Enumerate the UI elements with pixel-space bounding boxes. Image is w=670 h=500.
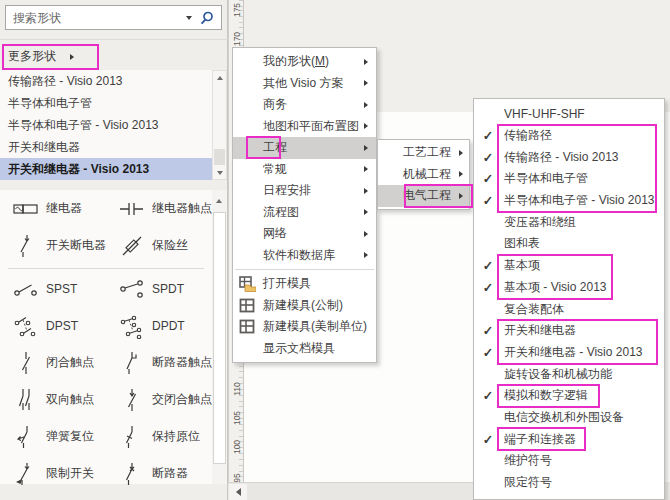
stencil-tab[interactable]: 开关和继电器 xyxy=(0,136,212,158)
menu-item-stencil[interactable]: 维护符号 xyxy=(474,450,664,472)
menu-item-stencil[interactable]: 图和表 xyxy=(474,233,664,255)
menu-item-stencil[interactable]: 复合装配体 xyxy=(474,298,664,320)
shape-master[interactable]: 弹簧复位 xyxy=(0,418,106,455)
check-icon: ✓ xyxy=(480,345,496,360)
menu-item-electrical-engineering[interactable]: 电气工程 xyxy=(378,185,469,207)
menu-item-stencil[interactable]: VHF-UHF-SHF xyxy=(474,103,664,125)
menu-item-label: 模拟和数字逻辑 xyxy=(504,387,588,404)
menu-item-label: 商务 xyxy=(263,96,287,113)
shape-master[interactable]: 保险丝 xyxy=(106,227,212,264)
menu-item-label: 维护符号 xyxy=(504,452,552,469)
stencil-tab[interactable]: 半导体和电子管 xyxy=(0,92,212,114)
circuit-breaker-icon xyxy=(119,461,145,487)
shape-label: 断路器 xyxy=(152,465,188,482)
shape-label: 保险丝 xyxy=(152,237,188,254)
search-dropdown-icon[interactable] xyxy=(186,16,192,20)
menu-item-stencil[interactable]: ✓传输路径 xyxy=(474,125,664,147)
shape-master[interactable]: DPST xyxy=(0,307,106,344)
shape-master[interactable]: 断路器 xyxy=(106,455,212,492)
menu-item-label: VHF-UHF-SHF xyxy=(504,107,585,121)
dpst-switch-icon xyxy=(13,313,39,339)
menu-item-stencil[interactable]: 电信交换机和外围设备 xyxy=(474,407,664,429)
shape-master[interactable]: DPDT xyxy=(106,307,212,344)
menu-item-stencil[interactable]: ✓开关和继电器 - Visio 2013 xyxy=(474,342,664,364)
shapes-area-scrollbar[interactable] xyxy=(212,190,227,484)
shapes-separator xyxy=(8,268,204,269)
search-input[interactable] xyxy=(6,11,184,25)
menu-item-label: 地图和平面布置图 xyxy=(263,118,359,135)
shape-master[interactable]: SPST xyxy=(0,270,106,307)
shape-master[interactable]: 开关断电器 xyxy=(0,227,106,264)
menu-item-stencil[interactable]: ✓基本项 - Visio 2013 xyxy=(474,277,664,299)
menu-item-schedule[interactable]: 日程安排 xyxy=(233,180,376,202)
menu-item-stencil[interactable]: ✓传输路径 - Visio 2013 xyxy=(474,146,664,168)
menu-item-label: 传输路径 xyxy=(504,127,552,144)
menu-item-maps-floorplans[interactable]: 地图和平面布置图 xyxy=(233,116,376,138)
stencil-tab[interactable]: 半导体和电子管 - Visio 2013 xyxy=(0,114,212,136)
horizontal-scrollbar[interactable] xyxy=(228,482,473,500)
shape-label: 继电器触点 xyxy=(152,200,212,217)
scroll-up-button[interactable] xyxy=(212,194,225,207)
menu-item-label: 半导体和电子管 - Visio 2013 xyxy=(504,192,655,209)
menu-item-stencil[interactable]: ✓开关和继电器 xyxy=(474,320,664,342)
shape-master[interactable]: 交闭合触点 xyxy=(106,381,212,418)
shape-master[interactable]: 断路器触点 xyxy=(106,344,212,381)
menu-item-my-shapes[interactable]: 我的形状(M) xyxy=(233,51,376,73)
menu-item-engineering[interactable]: 工程 xyxy=(233,137,376,159)
menu-item-stencil[interactable]: ✓基本项 xyxy=(474,255,664,277)
shape-master[interactable]: 闭合触点 xyxy=(0,344,106,381)
menu-item-network[interactable]: 网络 xyxy=(233,223,376,245)
shape-master[interactable]: 继电器 xyxy=(0,190,106,227)
scroll-up-button[interactable] xyxy=(213,71,226,84)
two-way-contact-icon xyxy=(13,387,39,413)
submenu-arrow-icon xyxy=(364,252,368,258)
stencil-tab[interactable]: 传输路径 - Visio 2013 xyxy=(0,70,212,92)
scrollbar-thumb[interactable] xyxy=(214,149,225,165)
stencil-tab-selected[interactable]: 开关和继电器 - Visio 2013 xyxy=(0,158,212,180)
breaker-contact-icon xyxy=(119,350,145,376)
electrical-engineering-submenu: VHF-UHF-SHF ✓传输路径 ✓传输路径 - Visio 2013 ✓半导… xyxy=(473,98,665,500)
menu-item-stencil[interactable]: ✓端子和连接器 xyxy=(474,428,664,450)
search-box[interactable] xyxy=(5,5,222,30)
menu-item-software-database[interactable]: 软件和数据库 xyxy=(233,245,376,267)
shape-label: SPST xyxy=(46,282,77,296)
shape-master[interactable]: 双向触点 xyxy=(0,381,106,418)
menu-item-stencil[interactable]: ✓模拟和数字逻辑 xyxy=(474,385,664,407)
shape-master[interactable]: 继电器触点 xyxy=(106,190,212,227)
menu-item-general[interactable]: 常规 xyxy=(233,159,376,181)
menu-item-new-stencil-us[interactable]: 新建模具(美制单位) xyxy=(233,316,376,338)
menu-item-show-document-stencil[interactable]: 显示文档模具 xyxy=(233,338,376,360)
shapes-panel: 更多形状 传输路径 - Visio 2013 半导体和电子管 半导体和电子管 -… xyxy=(0,0,228,500)
ruler-label: 105 xyxy=(229,406,245,430)
scroll-left-button[interactable] xyxy=(229,484,247,500)
ruler-label: 110 xyxy=(229,377,245,401)
menu-item-stencil[interactable]: ✓半导体和电子管 - Visio 2013 xyxy=(474,190,664,212)
menu-item-business[interactable]: 商务 xyxy=(233,94,376,116)
shape-master[interactable]: 保持原位 xyxy=(106,418,212,455)
menu-item-new-stencil-metric[interactable]: 新建模具(公制) xyxy=(233,295,376,317)
menu-item-label: 传输路径 - Visio 2013 xyxy=(504,149,619,166)
menu-item-stencil[interactable]: ✓半导体和电子管 xyxy=(474,168,664,190)
scroll-up-icon xyxy=(217,76,223,80)
search-icon[interactable] xyxy=(199,10,215,26)
menu-item-stencil[interactable]: 旋转设备和机械功能 xyxy=(474,363,664,385)
menu-item-label: 限定符号 xyxy=(504,474,552,491)
menu-item-label: 打开模具 xyxy=(263,275,311,292)
menu-item-open-stencil[interactable]: 打开模具 xyxy=(233,273,376,295)
more-shapes-button[interactable]: 更多形状 xyxy=(0,44,228,69)
menu-item-other-visio-schemes[interactable]: 其他 Visio 方案 xyxy=(233,73,376,95)
ruler-label: 100 xyxy=(229,435,245,459)
menu-item-stencil[interactable]: 限定符号 xyxy=(474,472,664,494)
engineering-submenu: 工艺工程 机械工程 电气工程 xyxy=(377,139,470,210)
spdt-switch-icon xyxy=(119,276,145,302)
shape-master[interactable]: SPDT xyxy=(106,270,212,307)
menu-item-process-engineering[interactable]: 工艺工程 xyxy=(378,142,469,164)
scroll-down-button[interactable] xyxy=(213,166,226,179)
stencil-list-scrollbar[interactable] xyxy=(212,70,227,180)
menu-item-label: 开关和继电器 xyxy=(504,322,576,339)
menu-item-mechanical-engineering[interactable]: 机械工程 xyxy=(378,164,469,186)
shape-master[interactable]: 限制开关 xyxy=(0,455,106,492)
menu-item-stencil[interactable]: 变压器和绕组 xyxy=(474,211,664,233)
scrollbar-thumb[interactable] xyxy=(213,212,226,464)
menu-item-flowchart[interactable]: 流程图 xyxy=(233,202,376,224)
